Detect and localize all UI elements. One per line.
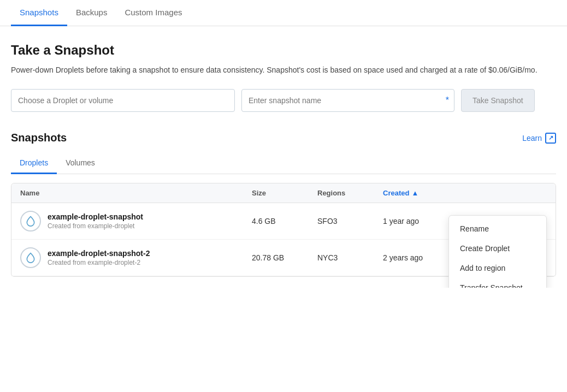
col-name: Name — [20, 189, 252, 197]
snapshot-icon-1 — [20, 211, 41, 231]
snapshot-name-1: example-droplet-snapshot — [48, 212, 143, 221]
snapshot-sub-1: Created from example-droplet — [48, 222, 143, 230]
snapshot-info-1: example-droplet-snapshot Created from ex… — [20, 211, 252, 231]
tab-backups[interactable]: Backups — [67, 0, 116, 26]
page-description: Power-down Droplets before taking a snap… — [11, 64, 546, 76]
take-snapshot-button[interactable]: Take Snapshot — [461, 89, 535, 112]
top-nav: Snapshots Backups Custom Images — [0, 0, 567, 26]
snapshot-info-2: example-droplet-snapshot-2 Created from … — [20, 247, 252, 268]
cell-region-2: NYC3 — [317, 253, 383, 262]
learn-icon: ↗ — [545, 133, 556, 144]
subtab-volumes[interactable]: Volumes — [57, 153, 104, 174]
learn-link[interactable]: Learn ↗ — [522, 133, 556, 144]
snapshot-name-wrapper: * — [241, 89, 454, 112]
tab-snapshots[interactable]: Snapshots — [11, 0, 67, 26]
droplet-icon — [25, 252, 36, 263]
droplet-input-wrapper — [11, 89, 235, 112]
context-menu: Rename Create Droplet Add to region Tran… — [448, 215, 547, 288]
snapshots-table: Name Size Regions Created ▲ example-drop… — [11, 183, 556, 277]
cell-size-1: 4.6 GB — [252, 217, 317, 225]
learn-label: Learn — [522, 134, 542, 142]
snapshot-name-2: example-droplet-snapshot-2 — [48, 249, 150, 258]
menu-item-add-to-region[interactable]: Add to region — [449, 258, 546, 278]
sub-tabs: Droplets Volumes — [11, 153, 556, 174]
col-created[interactable]: Created ▲ — [383, 189, 481, 197]
droplet-icon — [25, 216, 36, 227]
page-title: Take a Snapshot — [11, 43, 556, 58]
snapshot-form: * Take Snapshot — [11, 89, 556, 112]
table-header: Name Size Regions Created ▲ — [11, 183, 556, 203]
snapshot-name-input[interactable] — [241, 89, 454, 112]
snapshot-icon-2 — [20, 247, 41, 268]
col-actions — [481, 189, 547, 197]
droplet-input[interactable] — [11, 89, 235, 112]
col-regions: Regions — [317, 189, 383, 197]
snapshots-section-header: Snapshots Learn ↗ — [11, 132, 556, 144]
menu-item-rename[interactable]: Rename — [449, 219, 546, 239]
snapshot-sub-2: Created from example-droplet-2 — [48, 259, 150, 266]
cell-size-2: 20.78 GB — [252, 253, 317, 262]
menu-item-create-droplet[interactable]: Create Droplet — [449, 239, 546, 258]
cell-region-1: SFO3 — [317, 217, 383, 225]
col-size: Size — [252, 189, 317, 197]
menu-item-transfer-snapshot[interactable]: Transfer Snapshot — [449, 278, 546, 288]
subtab-droplets[interactable]: Droplets — [11, 153, 57, 174]
snapshots-section-title: Snapshots — [11, 132, 67, 144]
sort-asc-icon: ▲ — [411, 189, 418, 197]
tab-custom-images[interactable]: Custom Images — [116, 0, 191, 26]
